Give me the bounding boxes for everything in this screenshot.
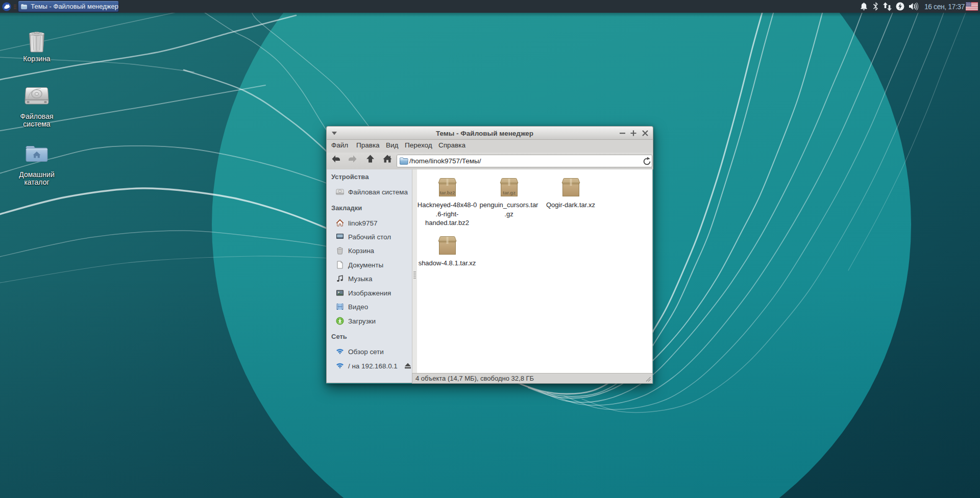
svg-text:tar.bz2: tar.bz2 <box>439 190 455 195</box>
svg-text:tar.gz: tar.gz <box>503 190 516 195</box>
